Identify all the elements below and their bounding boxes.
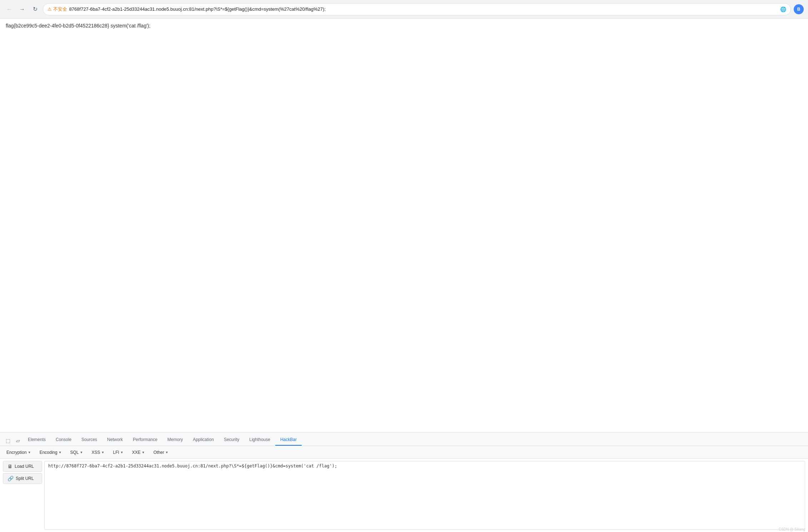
hackbar-menu-sql[interactable]: SQL ▼ [67,449,87,456]
security-warning-icon: ⚠ 不安全 [47,6,67,12]
tab-sources[interactable]: Sources [76,434,102,446]
address-bar: ⚠ 不安全 8768f727-6ba7-4cf2-a2b1-25d33244ac… [43,3,791,15]
hackbar-menu-xxe[interactable]: XXE ▼ [129,449,149,456]
hackbar-toolbar: Encryption ▼ Encoding ▼ SQL ▼ XSS ▼ LFI … [0,446,808,459]
back-button[interactable]: ← [4,4,14,14]
sql-label: SQL [70,450,79,455]
address-url-text[interactable]: 8768f727-6ba7-4cf2-a2b1-25d33244ac31.nod… [69,6,326,12]
split-url-icon: 🔗 [7,476,14,481]
hackbar-url-input[interactable] [44,461,805,530]
load-url-icon: 🖥 [7,463,12,469]
xxe-arrow: ▼ [142,451,145,454]
tab-lighthouse[interactable]: Lighthouse [244,434,275,446]
inspect-element-icon[interactable]: ⬚ [3,436,13,446]
reload-button[interactable]: ↻ [30,4,40,14]
sql-arrow: ▼ [80,451,83,454]
encoding-arrow: ▼ [59,451,62,454]
other-label: Other [154,450,164,455]
load-url-button[interactable]: 🖥 Load URL [3,461,42,472]
tab-console[interactable]: Console [51,434,76,446]
hackbar-menu-encoding[interactable]: Encoding ▼ [36,449,65,456]
encoding-label: Encoding [40,450,57,455]
lfi-label: LFI [113,450,119,455]
tab-performance[interactable]: Performance [128,434,162,446]
encryption-label: Encryption [6,450,27,455]
device-toggle-icon[interactable]: ▱ [13,436,23,446]
lfi-arrow: ▼ [120,451,124,454]
page-content: flag{b2ce99c5-dee2-4fe0-b2d5-0f4522186c2… [0,19,808,432]
split-url-label: Split URL [16,476,34,481]
translate-icon[interactable]: 🌐 [780,6,786,12]
profile-icon[interactable]: B [794,4,804,14]
tab-application[interactable]: Application [188,434,219,446]
page-text: flag{b2ce99c5-dee2-4fe0-b2d5-0f4522186c2… [6,23,150,29]
hackbar-menu-xss[interactable]: XSS ▼ [88,449,108,456]
xxe-label: XXE [132,450,141,455]
csdn-watermark: CSDN @ Siliang [779,527,805,531]
split-url-button[interactable]: 🔗 Split URL [3,473,42,484]
hackbar-url-row: 🖥 Load URL 🔗 Split URL [3,461,805,530]
tab-security[interactable]: Security [219,434,244,446]
encryption-arrow: ▼ [28,451,31,454]
hackbar-action-buttons: 🖥 Load URL 🔗 Split URL [3,461,42,530]
xss-label: XSS [92,450,100,455]
devtools-panel: ⬚ ▱ Elements Console Sources Network Per… [0,432,808,532]
browser-toolbar: ← → ↻ ⚠ 不安全 8768f727-6ba7-4cf2-a2b1-25d3… [0,0,808,19]
hackbar-menu-encryption[interactable]: Encryption ▼ [3,449,35,456]
xss-arrow: ▼ [101,451,105,454]
hackbar-menu-lfi[interactable]: LFI ▼ [109,449,127,456]
tab-network[interactable]: Network [102,434,128,446]
tab-hackbar[interactable]: HackBar [275,434,302,446]
other-arrow: ▼ [165,451,169,454]
devtools-tabs-bar: ⬚ ▱ Elements Console Sources Network Per… [0,432,808,446]
hackbar-menu-other[interactable]: Other ▼ [150,449,172,456]
hackbar-content: 🖥 Load URL 🔗 Split URL [0,459,808,532]
tab-elements[interactable]: Elements [23,434,51,446]
tab-memory[interactable]: Memory [162,434,188,446]
forward-button[interactable]: → [17,4,27,14]
load-url-label: Load URL [15,464,34,469]
